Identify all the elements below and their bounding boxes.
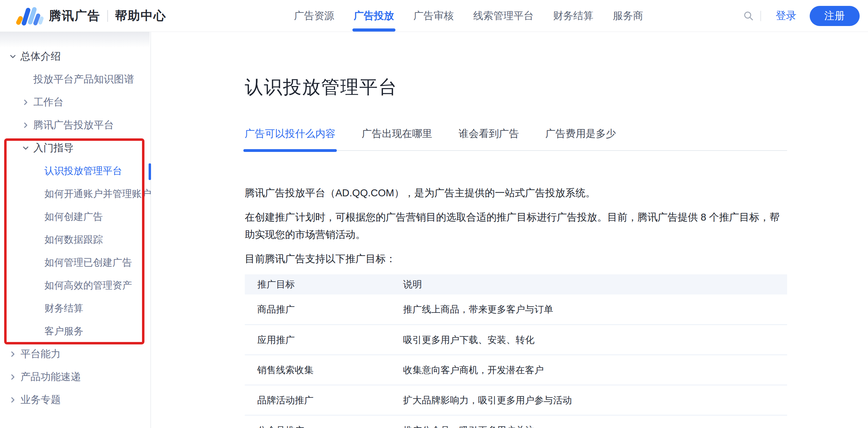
content-tab[interactable]: 广告可以投什么内容: [245, 127, 335, 150]
sidebar-item-label: 工作台: [33, 95, 64, 109]
sidebar-item[interactable]: 如何开通账户并管理账户: [0, 182, 150, 205]
intro-paragraphs: 腾讯广告投放平台（AD.QQ.COM），是为广告主提供的一站式广告投放系统。 在…: [245, 184, 787, 267]
main-nav: 广告资源 广告投放 广告审核 线索管理平台 财务结算 服务商: [284, 0, 653, 32]
sidebar-item[interactable]: 客户服务: [0, 320, 150, 343]
tab-label: 广告费用是多少: [545, 128, 616, 139]
table-cell-description: 吸引更多用户下载、安装、转化: [391, 325, 787, 355]
paragraph-platform: 腾讯广告投放平台（AD.QQ.COM），是为广告主提供的一站式广告投放系统。: [245, 184, 787, 202]
paragraph-table-lead: 目前腾讯广告支持以下推广目标：: [245, 250, 787, 267]
table-cell-description: 推广公众号，吸引更多用户关注: [391, 415, 787, 428]
nav-active-underline: [352, 28, 395, 32]
tab-active-underline: [243, 149, 337, 152]
sidebar: 总体介绍 投放平台产品知识图谱 工作台 腾讯广告投放平台 入门指导: [0, 32, 151, 428]
chevron-right-icon: [9, 373, 17, 381]
nav-item-label: 广告资源: [294, 9, 334, 23]
nav-item[interactable]: 线索管理平台: [464, 0, 543, 32]
sidebar-item-label: 如何开通账户并管理账户: [44, 187, 151, 200]
sidebar-item-label: 如何管理已创建广告: [44, 256, 132, 269]
sidebar-item[interactable]: 如何数据跟踪: [0, 228, 150, 251]
register-button[interactable]: 注册: [810, 6, 860, 26]
table-header-goal: 推广目标: [245, 274, 391, 294]
sidebar-nav: 总体介绍 投放平台产品知识图谱 工作台 腾讯广告投放平台 入门指导: [0, 45, 150, 411]
table-row: 销售线索收集 收集意向客户商机，开发潜在客户: [245, 355, 787, 385]
sidebar-item-label: 如何创建广告: [44, 210, 103, 223]
chevron-right-icon: [9, 350, 17, 358]
chevron-down-icon: [9, 52, 17, 61]
main-content: 认识投放管理平台 广告可以投什么内容 广告出现在哪里 谁会看到广告 广告费用是多…: [245, 32, 787, 428]
nav-item-label: 广告投放: [354, 9, 394, 23]
sidebar-item-label: 入门指导: [33, 141, 74, 155]
table-cell-goal: 公众号推广: [245, 415, 391, 428]
sidebar-item[interactable]: 投放平台产品知识图谱: [0, 68, 150, 91]
chevron-right-icon: [22, 121, 30, 129]
sidebar-item-label: 产品功能速递: [20, 370, 81, 384]
table-cell-goal: 应用推广: [245, 325, 391, 355]
sidebar-item-label: 如何高效的管理资产: [44, 279, 132, 292]
chevron-right-icon: [9, 396, 17, 404]
sidebar-item[interactable]: 如何创建广告: [0, 205, 150, 228]
sidebar-item-label: 总体介绍: [20, 50, 61, 63]
sidebar-item-label: 客户服务: [44, 325, 83, 338]
nav-item[interactable]: 财务结算: [543, 0, 603, 32]
sidebar-item-label: 业务专题: [20, 393, 61, 407]
tab-label: 谁会看到广告: [459, 128, 519, 139]
content-tab[interactable]: 谁会看到广告: [459, 127, 519, 150]
top-right-controls: 登录 注册: [742, 6, 868, 26]
sidebar-item[interactable]: 总体介绍: [0, 45, 150, 68]
table-row: 品牌活动推广 扩大品牌影响力，吸引更多用户参与活动: [245, 385, 787, 415]
nav-item-label: 财务结算: [553, 9, 593, 23]
table-cell-description: 推广线上商品，带来更多客户与订单: [391, 294, 787, 325]
sidebar-item-label: 认识投放管理平台: [44, 164, 122, 178]
sidebar-item-label: 腾讯广告投放平台: [33, 118, 114, 132]
sidebar-item[interactable]: 产品功能速递: [0, 366, 150, 388]
sidebar-active-indicator: [149, 163, 151, 180]
brand-divider: [107, 10, 108, 22]
nav-item[interactable]: 服务商: [603, 0, 653, 32]
tencent-ads-logo-icon: [16, 6, 44, 26]
nav-item[interactable]: 广告资源: [284, 0, 344, 32]
sidebar-item[interactable]: 如何管理已创建广告: [0, 251, 150, 274]
table-cell-goal: 销售线索收集: [245, 355, 391, 385]
sidebar-item-label: 财务结算: [44, 302, 83, 315]
table-row: 应用推广 吸引更多用户下载、安装、转化: [245, 325, 787, 355]
login-link[interactable]: 登录: [776, 9, 796, 23]
page-title: 认识投放管理平台: [245, 75, 787, 100]
sidebar-item[interactable]: 入门指导: [0, 137, 150, 160]
brand-logo[interactable]: 腾讯广告 帮助中心: [0, 6, 166, 26]
table-row: 商品推广 推广线上商品，带来更多客户与订单: [245, 294, 787, 325]
sidebar-item[interactable]: 业务专题: [0, 388, 150, 411]
nav-item[interactable]: 广告审核: [404, 0, 464, 32]
table-header-row: 推广目标 说明: [245, 274, 787, 294]
paragraph-goals: 在创建推广计划时，可根据您的广告营销目的选取合适的推广目标进行广告投放。目前，腾…: [245, 208, 787, 243]
page: 腾讯广告 帮助中心 广告资源 广告投放 广告审核 线索管理平台 财务结算 服务商…: [0, 0, 868, 428]
content-tabs: 广告可以投什么内容 广告出现在哪里 谁会看到广告 广告费用是多少: [245, 127, 787, 151]
top-divider: [760, 11, 761, 21]
site-name: 帮助中心: [115, 8, 166, 24]
nav-item-label: 广告审核: [414, 9, 454, 23]
content-tab[interactable]: 广告费用是多少: [545, 127, 616, 150]
content-tab[interactable]: 广告出现在哪里: [362, 127, 432, 150]
table-cell-goal: 品牌活动推广: [245, 385, 391, 415]
tab-label: 广告可以投什么内容: [245, 128, 335, 139]
table-cell-goal: 商品推广: [245, 294, 391, 325]
sidebar-item[interactable]: 腾讯广告投放平台: [0, 114, 150, 137]
table-cell-description: 收集意向客户商机，开发潜在客户: [391, 355, 787, 385]
search-icon[interactable]: [742, 9, 756, 23]
sidebar-item-label: 平台能力: [20, 347, 61, 361]
nav-item[interactable]: 广告投放: [344, 0, 404, 32]
sidebar-item[interactable]: 如何高效的管理资产: [0, 274, 150, 297]
sidebar-item[interactable]: 平台能力: [0, 343, 150, 366]
table-row: 公众号推广 推广公众号，吸引更多用户关注: [245, 415, 787, 428]
nav-item-label: 服务商: [613, 9, 643, 23]
table-header-description: 说明: [391, 274, 787, 294]
sidebar-item[interactable]: 财务结算: [0, 297, 150, 320]
chevron-right-icon: [22, 98, 30, 106]
table-body: 商品推广 推广线上商品，带来更多客户与订单 应用推广 吸引更多用户下载、安装、转…: [245, 294, 787, 428]
sidebar-item[interactable]: 认识投放管理平台: [0, 160, 150, 182]
nav-item-label: 线索管理平台: [473, 9, 534, 23]
top-bar: 腾讯广告 帮助中心 广告资源 广告投放 广告审核 线索管理平台 财务结算 服务商…: [0, 0, 868, 32]
sidebar-item-label: 如何数据跟踪: [44, 233, 103, 246]
promotion-goal-table: 推广目标 说明 商品推广 推广线上商品，带来更多客户与订单 应用推广 吸引更多用…: [245, 274, 787, 428]
sidebar-item[interactable]: 工作台: [0, 91, 150, 114]
sidebar-item-label: 投放平台产品知识图谱: [33, 72, 134, 86]
